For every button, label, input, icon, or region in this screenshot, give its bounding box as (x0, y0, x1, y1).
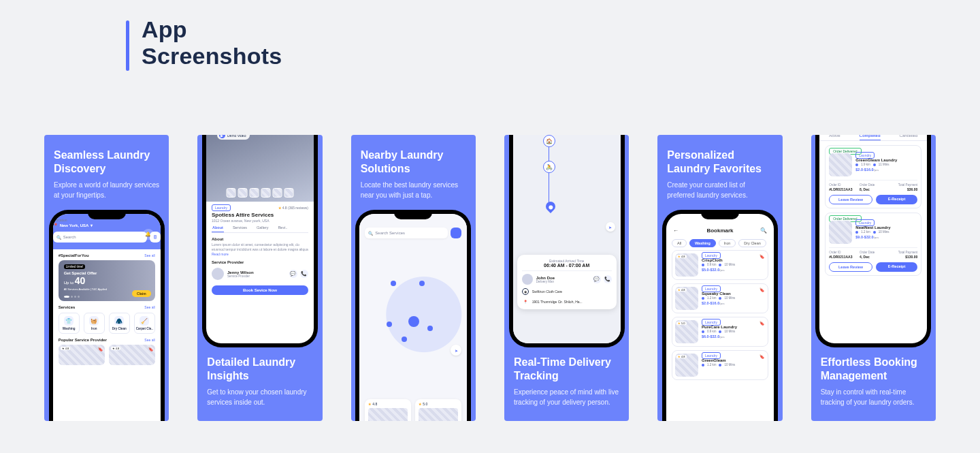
book-service-button[interactable]: Book Sevice Now (212, 285, 308, 295)
filter-washing[interactable]: Washing (689, 239, 716, 247)
services-list: 👕Washing 🧺Iron 🧥Dry Clean 🧹Carpet Cle.. (59, 313, 155, 334)
service-iron[interactable]: 🧺Iron (84, 313, 105, 334)
bookmark-icon[interactable]: 🔖 (760, 287, 764, 292)
bookmark-icon[interactable]: 🔖 (760, 321, 764, 326)
result-pin[interactable] (419, 281, 425, 286)
card-desc: Explore a world of laundry services at y… (54, 180, 159, 200)
distance: 1.9 km (861, 163, 870, 166)
demo-video-button[interactable]: ▶Demo Video (217, 135, 250, 140)
filter-iron[interactable]: Iron (719, 239, 736, 247)
location-selector[interactable]: 📍 New York, USA ▾ (53, 223, 161, 228)
see-all-link[interactable]: See all (144, 305, 154, 309)
service-name: Spotless Attire Services (212, 212, 308, 218)
card-title: Nearby Laundry Solutions (361, 149, 466, 176)
provider-row: Jenny Wilson Service Provider 💬 📞 (212, 268, 308, 280)
see-all-link[interactable]: See all (144, 253, 154, 257)
eta-value: 06:40 AM - 07:00 AM (522, 263, 612, 268)
address: 1901 Thornridge Cir. Shiloh, Ha... (532, 300, 583, 304)
result-pin[interactable] (391, 281, 396, 286)
result-pin[interactable] (387, 322, 392, 327)
result-image (368, 408, 408, 421)
price-unit: /pcs (719, 268, 724, 272)
read-more-link[interactable]: Read more (212, 252, 229, 256)
screenshot-cards-row: Seamless Laundry Discovery Explore a wor… (44, 135, 936, 421)
result-pin[interactable] (402, 337, 407, 342)
tab-reviews[interactable]: Revi.. (277, 225, 288, 232)
tab-completed[interactable]: Completed (860, 135, 881, 138)
bookmark-icon[interactable]: 🔖 (98, 347, 103, 352)
phone-frame: Active Completed Cancelled Order Deliver… (815, 135, 931, 347)
claim-button[interactable]: Claim (132, 290, 151, 297)
call-button[interactable]: 📞 (604, 275, 612, 283)
leave-review-button[interactable]: Leave Review (829, 195, 872, 204)
tab-cancelled[interactable]: Cancelled (900, 135, 918, 138)
back-button[interactable]: ← (673, 228, 681, 234)
card-desc: Locate the best laundry services near yo… (361, 180, 466, 200)
section-title: #SpecialForYou (59, 253, 89, 257)
service-address: 1012 Ocean avanue, New yourk, USA (212, 219, 308, 223)
card-caption: Seamless Laundry Discovery Explore a wor… (54, 149, 159, 200)
special-section: #SpecialForYou See all Limited time! Get… (53, 249, 161, 301)
service-washing[interactable]: 👕Washing (59, 313, 80, 334)
store-line: ◉Swiftiron Cloth Care (522, 288, 612, 295)
search-button[interactable]: 🔍 (759, 228, 767, 234)
card-title: Real-Time Delivery Tracking (514, 356, 619, 383)
recenter-button[interactable]: ➤ (451, 345, 461, 356)
e-receipt-button[interactable]: E-Receipt (876, 262, 918, 272)
filter-dry[interactable]: Dry Clean (738, 239, 766, 247)
search-input[interactable]: 🔍 Search (53, 232, 147, 243)
bookmark-list: ★4.8 Laundry CrispCloth 0.9 km10 Mins $5… (666, 250, 774, 380)
card-tracking: 🏠 🚴 ⬤ ➤ Estimated Arrived Time 06:40 AM … (504, 135, 629, 421)
tab-gallery[interactable]: Gallery (256, 225, 269, 232)
search-input[interactable]: 🔍 Search Services (365, 228, 448, 238)
order-id: #LDR0211AA3 (829, 187, 857, 191)
gallery-thumbs[interactable] (226, 188, 293, 198)
bookmark-icon[interactable]: 🔖 (760, 354, 764, 359)
heading-text: App Screenshots (142, 16, 282, 69)
card-caption: Personalized Laundry Favorites Create yo… (667, 149, 772, 200)
demo-label: Demo Video (227, 135, 246, 138)
bookmark-item[interactable]: ★4.8 Laundry Squeaky Clean 1.2 km10 Mins… (672, 283, 768, 313)
tab-active[interactable]: Active (829, 135, 840, 138)
service-label: Washing (59, 327, 79, 330)
bookmark-item[interactable]: ★4.8 Laundry GreenGleam 1.2 km10 Mins 🔖 (672, 350, 768, 380)
chat-button[interactable]: 💬 (289, 270, 297, 278)
heading-line-1: App (142, 16, 282, 43)
result-pin[interactable] (427, 326, 433, 331)
see-all-link[interactable]: See all (144, 338, 154, 342)
chat-button[interactable]: 💬 (593, 275, 601, 283)
map-result-card[interactable]: ★4.8 NeatKnits Laundry 0.5 km2 Mins $7.0… (365, 399, 411, 421)
avatar (212, 268, 224, 280)
card-nearby: Nearby Laundry Solutions Locate the best… (351, 135, 476, 421)
filter-button[interactable] (451, 228, 461, 238)
recenter-button[interactable]: ➤ (606, 222, 615, 232)
price: $9.0-$32.0 (855, 235, 873, 239)
service-dry-clean[interactable]: 🧥Dry Clean (109, 313, 130, 334)
filter-all[interactable]: All (672, 239, 687, 247)
map[interactable] (359, 214, 467, 421)
service-label: Iron (84, 327, 104, 330)
map-result-card[interactable]: ★5.0 PurePress La.. 0.9 km4 Mins $3.0-$1… (415, 399, 461, 421)
service-carpet[interactable]: 🧹Carpet Cle.. (134, 313, 155, 334)
leave-review-button[interactable]: Leave Review (829, 262, 872, 272)
bookmark-icon[interactable]: 🔖 (760, 254, 764, 259)
tab-services[interactable]: Services (232, 225, 248, 232)
call-button[interactable]: 📞 (300, 270, 308, 278)
bookmark-item[interactable]: ★5.0 Laundry PureCare Laundry 0.9 km10 M… (672, 317, 768, 347)
provider-card[interactable]: ★ 4.8 🔖 (59, 345, 105, 365)
rating-badge: ★5.0 (676, 322, 687, 325)
price-unit: /pcs (719, 302, 724, 305)
tab-about[interactable]: About (212, 225, 224, 232)
bookmark-item[interactable]: ★4.8 Laundry CrispCloth 0.9 km10 Mins $5… (672, 250, 768, 280)
bookmark-icon[interactable]: 🔖 (148, 347, 153, 352)
card-insights: ▶Demo Video ★ 4.8 (365 reviews) Laundry … (197, 135, 322, 421)
provider-card[interactable]: ★ 4.8 🔖 (109, 345, 155, 365)
driver-row: John Doe Delivery Man 💬 📞 (522, 270, 612, 285)
eta: 10 Mins (879, 230, 889, 234)
address-line: 📍1901 Thornridge Cir. Shiloh, Ha... (522, 298, 612, 305)
e-receipt-button[interactable]: E-Receipt (876, 195, 918, 204)
map[interactable] (513, 135, 621, 343)
order-id-label: Order ID (829, 183, 857, 187)
notifications-button[interactable]: 🔔 (143, 229, 154, 240)
offer-banner[interactable]: Limited time! Get Special Offer Up to 40… (59, 260, 155, 301)
